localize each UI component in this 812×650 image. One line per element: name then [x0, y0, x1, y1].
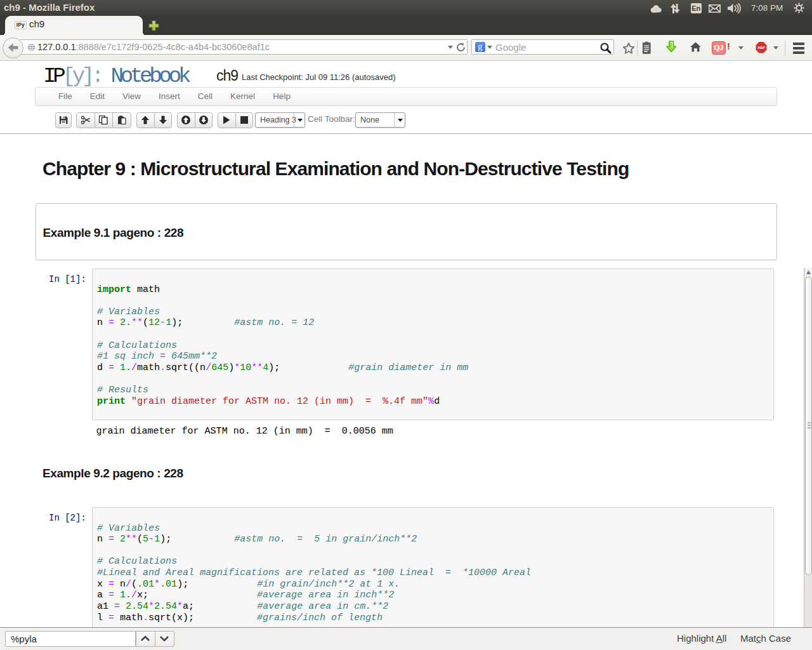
svg-text:ABP: ABP — [757, 46, 765, 50]
